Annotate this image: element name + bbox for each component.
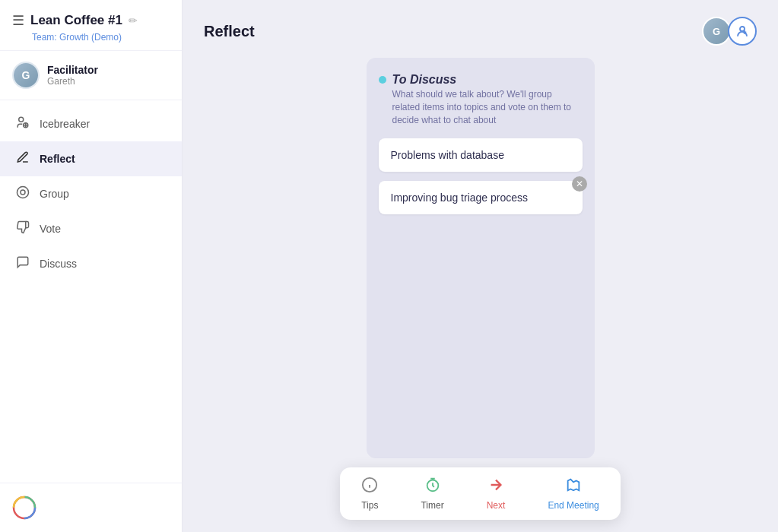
main-header: Reflect G: [183, 0, 778, 58]
next-icon: [487, 477, 504, 497]
reflect-icon: [15, 150, 30, 167]
bottom-bar-inner: Tips Timer Next End Meeting: [340, 467, 621, 520]
user-avatar: G: [702, 17, 731, 46]
tips-button[interactable]: Tips: [340, 467, 399, 520]
facilitator-row: G Facilitator Gareth: [0, 51, 182, 100]
sidebar-item-reflect[interactable]: Reflect: [0, 141, 182, 176]
edit-icon[interactable]: ✏: [129, 14, 138, 27]
nav-list: Icebreaker Reflect Group Vote Discuss: [0, 100, 182, 483]
hamburger-icon[interactable]: ☰: [12, 12, 24, 29]
next-button[interactable]: Next: [465, 467, 527, 520]
sidebar-item-icebreaker[interactable]: Icebreaker: [0, 106, 182, 141]
avatar: G: [12, 62, 40, 89]
card-2-text: Improving bug triage process: [391, 192, 529, 204]
svg-point-3: [21, 190, 25, 195]
facilitator-role: Gareth: [47, 76, 98, 87]
card-2-close-button[interactable]: ✕: [572, 176, 587, 192]
svg-point-0: [19, 117, 24, 122]
next-label: Next: [487, 500, 506, 511]
sidebar-item-reflect-label: Reflect: [40, 153, 75, 165]
tips-label: Tips: [361, 500, 378, 511]
group-icon: [15, 185, 30, 202]
avatar-placeholder: G: [14, 63, 38, 87]
timer-button[interactable]: Timer: [399, 467, 465, 520]
svg-point-2: [17, 187, 29, 198]
app-logo: [12, 496, 37, 520]
svg-point-8: [740, 27, 745, 31]
sidebar-item-group-label: Group: [40, 188, 69, 200]
column-subtitle: What should we talk about? We'll group r…: [392, 88, 583, 126]
card-2[interactable]: ✕ Improving bug triage process: [379, 181, 583, 214]
to-discuss-column: To Discuss What should we talk about? We…: [367, 58, 595, 458]
column-dot: [379, 76, 386, 84]
timer-icon: [424, 477, 441, 497]
sidebar-header: ☰ Lean Coffee #1 ✏ Team: Growth (Demo): [0, 0, 182, 51]
facilitator-info: Facilitator Gareth: [47, 64, 98, 87]
sidebar-item-discuss-label: Discuss: [40, 258, 77, 270]
sidebar-item-vote-label: Vote: [40, 223, 61, 235]
header-avatars: G: [702, 17, 757, 46]
icebreaker-icon: [15, 116, 30, 132]
discuss-icon: [15, 255, 30, 272]
cards-area: To Discuss What should we talk about? We…: [183, 58, 778, 458]
team-label: Team: Growth (Demo): [32, 32, 170, 43]
column-title-area: To Discuss What should we talk about? We…: [392, 73, 583, 126]
tips-icon: [361, 477, 378, 497]
end-meeting-icon: [565, 477, 582, 497]
card-1-text: Problems with database: [391, 149, 504, 161]
sidebar-footer: [0, 483, 182, 532]
sidebar-item-discuss[interactable]: Discuss: [0, 246, 182, 281]
sidebar-item-vote[interactable]: Vote: [0, 211, 182, 246]
app-title: Lean Coffee #1: [30, 13, 122, 28]
column-header: To Discuss What should we talk about? We…: [379, 73, 583, 126]
bottom-bar: Tips Timer Next End Meeting: [183, 458, 778, 532]
end-meeting-label: End Meeting: [548, 500, 599, 511]
vote-icon: [15, 220, 30, 237]
main-content: Reflect G To Discuss What should we talk…: [183, 0, 778, 532]
timer-label: Timer: [421, 500, 443, 511]
card-1[interactable]: Problems with database: [379, 138, 583, 172]
end-meeting-button[interactable]: End Meeting: [526, 467, 620, 520]
sidebar-item-icebreaker-label: Icebreaker: [40, 118, 90, 130]
facilitator-name: Facilitator: [47, 64, 98, 76]
page-title: Reflect: [204, 23, 255, 40]
sidebar-item-group[interactable]: Group: [0, 176, 182, 211]
column-title: To Discuss: [392, 73, 583, 87]
add-participant-button[interactable]: [728, 17, 757, 46]
sidebar: ☰ Lean Coffee #1 ✏ Team: Growth (Demo) G…: [0, 0, 183, 532]
